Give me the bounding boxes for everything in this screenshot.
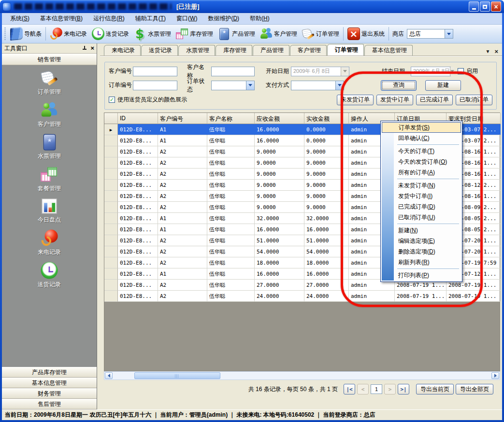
toolbar-button[interactable]: 客户管理 [258,26,300,42]
sidebar-section-bar[interactable]: 售后管理 [2,399,97,409]
end-date-arrow-icon[interactable] [450,67,454,76]
document-tab[interactable]: 订单管理 [327,44,364,56]
context-menu-item[interactable]: 编辑选定项(E) [382,236,461,246]
context-menu-item[interactable]: 打印列表(P) [382,270,461,281]
toolbar-button[interactable]: 水票管理 [131,26,173,42]
context-menu-item[interactable]: 今天的订单(T) [382,146,461,156]
grid-column-header[interactable]: 实收金额 [304,113,349,124]
order-row[interactable]: ▶ 012D-E8... A2 伍华聪 24.0000 24.0000 admi… [104,291,500,302]
sidebar-item[interactable]: 来电记录 [38,232,61,256]
registered-badge: [已注册] [176,2,200,11]
shop-select[interactable]: 总店 [407,29,453,39]
menu-item[interactable]: 辅助工具(T) [130,13,171,24]
sidebar-section-sales[interactable]: 销售管理 [2,54,97,65]
toolbar-button[interactable]: 送货记录 [89,26,131,42]
pay-method-arrow-icon[interactable] [335,81,344,90]
shop-select-arrow-icon[interactable] [445,29,453,38]
start-date-picker[interactable]: 2009年 6月 8日 [291,67,349,76]
cell-customer-no: A2 [158,246,207,257]
prev-page-button[interactable]: < [357,384,369,394]
pin-icon[interactable] [82,46,87,51]
first-page-button[interactable]: |< [344,384,355,394]
order-status-arrow-icon[interactable] [246,81,254,90]
end-date-picker[interactable]: 2009年 6月 8日 [411,67,451,76]
export-current-page-button[interactable]: 导出当前页 [416,384,454,394]
sidebar-item[interactable]: 今日盘点 [38,200,61,224]
document-tab[interactable]: 水票管理 [178,45,215,56]
sidebar-section-bar[interactable]: 基本信息管理 [2,378,97,388]
status-filter-button[interactable]: 已完成订单 [416,95,453,105]
menu-item[interactable]: 系统(S) [5,13,35,24]
menu-item[interactable]: 运行信息(R) [88,13,130,24]
last-page-button[interactable]: >| [398,384,409,394]
document-tab[interactable]: 基本信息管理 [364,45,413,56]
context-menu-item[interactable]: 已完成订单(D) [382,201,461,212]
new-button[interactable]: 新建 [425,80,461,91]
menu-item[interactable]: 窗口(W) [171,13,202,24]
order-status-select[interactable] [211,81,255,90]
tool-window-close-button[interactable]: × [90,45,94,51]
tab-overflow-icon[interactable]: ▼ [486,49,490,54]
sidebar-section-bar[interactable]: 财务管理 [2,388,97,399]
menu-item[interactable]: 基本信息管理(B) [35,13,88,24]
context-menu-item[interactable]: 删除选定项(D) [382,246,461,257]
sidebar-item[interactable]: 送货记录 [38,264,61,289]
toolbar-button[interactable]: 产品管理 [216,26,258,42]
document-tab[interactable]: 来电记录 [104,45,141,56]
toolbar-button[interactable]: 库存管理 [173,26,216,42]
menu-item[interactable]: 帮助(H) [245,13,275,24]
sidebar-item[interactable]: 客户管理 [38,104,61,128]
customer-no-input[interactable] [133,67,177,76]
context-menu-item[interactable]: 新建(N) [382,225,461,236]
order-no-input[interactable] [133,81,177,90]
context-menu-item[interactable]: 订单发货(S) [382,122,461,133]
sidebar-item[interactable]: 水票管理 [38,136,61,160]
tab-close-icon[interactable]: × [494,48,498,55]
scrollbar-thumb[interactable] [134,372,220,379]
query-button[interactable]: 查询 [381,80,417,91]
grid-column-header[interactable]: ID [118,113,158,124]
document-tab[interactable]: 产品管理 [253,45,289,56]
maximize-button[interactable] [480,1,490,12]
customer-name-input[interactable] [211,67,255,76]
horizontal-scrollbar[interactable] [104,371,500,380]
document-tab[interactable]: 送货记录 [141,45,178,56]
cell-id: 012D-E8... [118,124,158,135]
toolbar-button[interactable]: 订单管理 [300,26,342,42]
enable-checkbox[interactable] [458,68,464,74]
context-menu-item[interactable]: 已取消订单(U) [382,212,461,223]
color-display-checkbox[interactable]: ✓ [109,97,115,103]
toolbar-button[interactable]: 退出系统 [345,26,387,42]
sidebar-item[interactable]: 订单管理 [38,71,61,96]
context-menu-item[interactable]: 回单确认(C) [382,133,461,143]
next-page-button[interactable]: > [384,384,396,394]
status-filter-button[interactable]: 未发货订单 [337,95,374,105]
minimize-button[interactable] [469,1,479,12]
toolbar-button[interactable]: 导航条 [8,26,44,42]
context-menu-item[interactable]: 今天的发货订单(O) [382,156,461,167]
daily-chart-icon [42,198,57,214]
toolbar-grip[interactable] [4,28,6,40]
page-number-input[interactable] [371,384,382,394]
status-filter-button[interactable]: 已取消订单 [456,95,492,105]
pay-method-select[interactable] [291,81,344,90]
context-menu-item[interactable]: 所有的订单(A) [382,167,461,178]
menu-item[interactable]: 数据维护(D) [202,13,245,24]
grid-column-header[interactable]: 客户名称 [207,113,255,124]
close-button[interactable]: × [491,1,501,12]
status-filter-button[interactable]: 发货中订单 [376,95,413,105]
grid-column-header[interactable]: 客户编号 [158,113,207,124]
document-tab[interactable]: 库存管理 [216,45,252,56]
document-tab[interactable]: 客户管理 [290,45,327,56]
grid-column-header[interactable]: 应收金额 [255,113,304,124]
context-menu-item[interactable]: 发货中订单(I) [382,191,461,201]
scroll-right-arrow-icon[interactable] [491,372,499,379]
export-all-pages-button[interactable]: 导出全部页 [456,384,493,394]
scroll-left-arrow-icon[interactable] [105,372,113,379]
sidebar-item[interactable]: 套餐管理 [38,168,61,193]
context-menu-item[interactable]: 未发货订单(N) [382,180,461,191]
context-menu-item[interactable]: 刷新列表(R) [382,257,461,267]
toolbar-button[interactable]: 来电记录 [47,26,89,42]
sidebar-section-bar[interactable]: 产品库存管理 [2,367,97,378]
start-date-arrow-icon[interactable] [341,67,349,76]
